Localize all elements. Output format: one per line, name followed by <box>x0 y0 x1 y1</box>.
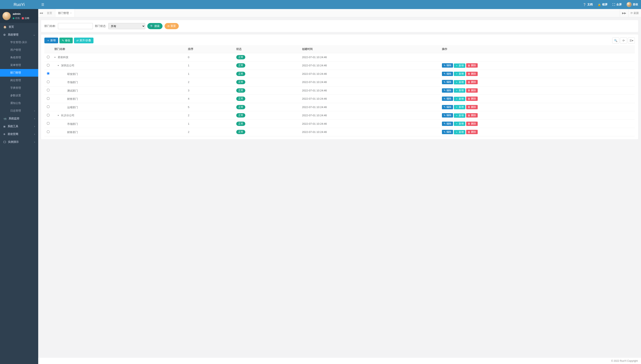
table-row[interactable]: ▾深圳总公司1正常2022-07-01 10:24:46✎编辑＋新增🗑删除 <box>44 62 635 70</box>
row-radio[interactable] <box>47 56 50 58</box>
row-edit-button[interactable]: ✎编辑 <box>442 105 453 109</box>
row-add-button[interactable]: ＋新增 <box>454 72 465 76</box>
toolbar-edit-button[interactable]: ✎ 修改 <box>59 38 73 43</box>
row-order: 4 <box>186 95 234 103</box>
row-delete-button[interactable]: 🗑删除 <box>466 88 478 93</box>
status-badge: 正常 <box>236 105 245 109</box>
row-delete-button[interactable]: 🗑删除 <box>466 72 478 76</box>
tab-home[interactable]: 首页 <box>44 9 55 17</box>
sidebar-group-monitor[interactable]: 📹 系统监控 ‹ <box>0 114 38 122</box>
table-row[interactable]: 财务部门4正常2022-07-01 10:24:46✎编辑＋新增🗑删除 <box>44 95 635 103</box>
table-row[interactable]: 市场部门1正常2022-07-01 10:24:46✎编辑＋新增🗑删除 <box>44 120 635 128</box>
row-radio[interactable] <box>47 72 50 75</box>
row-edit-button[interactable]: ✎编辑 <box>442 63 453 68</box>
toolbar-columns-button[interactable]: ☰▾ <box>628 38 635 44</box>
row-delete-button[interactable]: 🗑删除 <box>466 113 478 118</box>
close-icon[interactable]: ✕ <box>70 12 72 14</box>
row-add-button[interactable]: ＋新增 <box>454 122 465 126</box>
row-radio[interactable] <box>47 122 50 125</box>
row-name: 市场部门 <box>67 122 78 126</box>
chevron-down-icon[interactable]: ▾ <box>58 114 60 116</box>
row-radio[interactable] <box>47 130 50 133</box>
status-select[interactable]: 所有 <box>108 23 145 29</box>
row-radio[interactable] <box>47 106 50 108</box>
chevron-down-icon[interactable]: ▾ <box>54 56 57 58</box>
sidebar-item-config[interactable]: 参数设置 <box>0 92 38 100</box>
row-delete-button[interactable]: 🗑删除 <box>466 130 478 134</box>
table-row[interactable]: 运维部门5正常2022-07-01 10:24:46✎编辑＋新增🗑删除 <box>44 103 635 111</box>
sidebar-group-site[interactable]: ✈ 若依官网 ‹ <box>0 130 38 138</box>
tab-prev[interactable]: ◀◀ <box>38 9 44 17</box>
sidebar-group-demo[interactable]: 🖵 实例演示 ‹ <box>0 138 38 146</box>
row-created: 2022-07-01 10:24:46 <box>300 53 440 62</box>
sidebar-home-label: 首页 <box>9 25 14 29</box>
table-row[interactable]: ▾长沙分公司2正常2022-07-01 10:24:46✎编辑＋新增🗑删除 <box>44 111 635 120</box>
row-add-button[interactable]: ＋新增 <box>454 88 465 93</box>
toolbar-add-button[interactable]: ＋ 新增 <box>44 38 58 43</box>
sidebar-item-menu[interactable]: 菜单管理 <box>0 62 38 69</box>
tab-dept[interactable]: 部门管理 ✕ <box>55 9 75 17</box>
row-radio[interactable] <box>47 114 50 116</box>
sidebar-toggle[interactable]: ☰ <box>38 3 47 6</box>
row-created: 2022-07-01 10:24:46 <box>300 120 440 128</box>
row-edit-button[interactable]: ✎编辑 <box>442 96 453 101</box>
row-edit-button[interactable]: ✎编辑 <box>442 113 453 118</box>
tab-label: 部门管理 <box>58 11 69 15</box>
toolbar-expand-button[interactable]: ⇄ 展开/折叠 <box>74 38 94 43</box>
row-add-button[interactable]: ＋新增 <box>454 130 465 134</box>
reset-button[interactable]: ⟳ 重置 <box>164 23 179 29</box>
row-delete-button-label: 删除 <box>471 97 476 100</box>
row-add-button[interactable]: ＋新增 <box>454 114 465 118</box>
row-edit-button[interactable]: ✎编辑 <box>442 88 453 93</box>
table-row[interactable]: 测试部门3正常2022-07-01 10:24:46✎编辑＋新增🗑删除 <box>44 86 635 95</box>
toolbar-refresh-icon-button[interactable]: ⟳ <box>620 38 627 44</box>
sidebar-item-log[interactable]: 日志管理 ‹ <box>0 107 38 114</box>
row-radio[interactable] <box>47 64 50 66</box>
search-button[interactable]: 🔍 搜索 <box>147 23 162 29</box>
row-edit-button[interactable]: ✎编辑 <box>442 130 453 134</box>
sidebar-item-notice[interactable]: 通知公告 <box>0 100 38 107</box>
sidebar-item-user[interactable]: 用户管理 <box>0 46 38 54</box>
header-fullscreen[interactable]: ⛶ 全屏 <box>612 3 622 6</box>
row-delete-button[interactable]: 🗑删除 <box>466 105 478 109</box>
row-delete-button[interactable]: 🗑删除 <box>466 80 478 84</box>
row-add-button[interactable]: ＋新增 <box>454 105 465 109</box>
row-add-button[interactable]: ＋新增 <box>454 64 465 68</box>
chevron-down-icon[interactable]: ▾ <box>58 64 60 66</box>
sidebar-item-dict[interactable]: 字典管理 <box>0 84 38 92</box>
row-add-button[interactable]: ＋新增 <box>454 80 465 84</box>
row-radio[interactable] <box>47 89 50 92</box>
row-radio[interactable] <box>47 80 50 83</box>
sidebar-item-post[interactable]: 岗位管理 <box>0 76 38 84</box>
row-edit-button[interactable]: ✎编辑 <box>442 72 453 76</box>
table-row[interactable]: 研发部门1正常2022-07-01 10:24:46✎编辑＋新增🗑删除 <box>44 70 635 78</box>
row-radio[interactable] <box>47 97 50 100</box>
row-edit-button[interactable]: ✎编辑 <box>442 122 453 126</box>
tab-next[interactable]: ▶▶ <box>620 9 628 17</box>
deptname-input[interactable] <box>58 23 93 29</box>
sidebar-item-dept[interactable]: 部门管理 <box>0 69 38 76</box>
row-delete-button[interactable]: 🗑删除 <box>466 122 478 126</box>
status-badge: 正常 <box>236 96 245 101</box>
row-edit-button[interactable]: ✎编辑 <box>442 80 453 84</box>
table-row[interactable]: 市场部门2正常2022-07-01 10:24:46✎编辑＋新增🗑删除 <box>44 78 635 86</box>
toolbar-search-icon-button[interactable]: 🔍 <box>612 38 619 44</box>
status-badge: 正常 <box>236 130 245 134</box>
sidebar-group-tool[interactable]: ≣ 系统工具 ‹ <box>0 122 38 130</box>
header-user[interactable]: 若依 <box>626 2 638 7</box>
table-row[interactable]: ▾若依科技0正常2022-07-01 10:24:46 <box>44 53 635 62</box>
sidebar-item-student[interactable]: 学生管理-演示 <box>0 38 38 46</box>
sidebar-item-role[interactable]: 角色管理 <box>0 54 38 62</box>
sidebar-item-home[interactable]: 🏠 首页 <box>0 23 38 31</box>
row-add-button-icon: ＋ <box>456 122 458 126</box>
table-row[interactable]: 财务部门2正常2022-07-01 10:24:46✎编辑＋新增🗑删除 <box>44 128 635 136</box>
sidebar-group-system-manage[interactable]: ⚙ 系统管理 ⌄ <box>0 31 38 38</box>
logout-link[interactable]: 注销 <box>22 17 29 20</box>
row-delete-button[interactable]: 🗑删除 <box>466 96 478 101</box>
tab-refresh[interactable]: ⟳ 刷新 <box>628 9 641 17</box>
header-lock[interactable]: 🔒 锁屏 <box>598 3 608 6</box>
row-add-button[interactable]: ＋新增 <box>454 97 465 101</box>
header-doc[interactable]: ❔ 文档 <box>583 3 593 6</box>
sidebar-group-label: 实例演示 <box>8 140 19 144</box>
row-delete-button[interactable]: 🗑删除 <box>466 63 478 68</box>
